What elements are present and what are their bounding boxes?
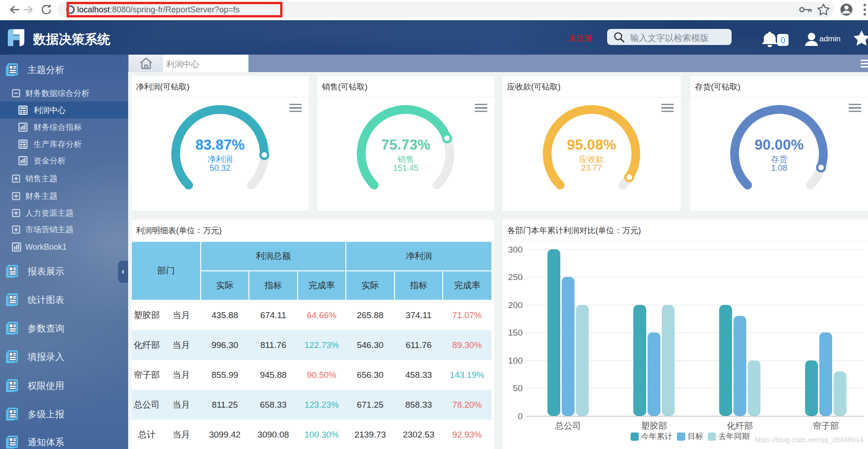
svg-text:0: 0 [780, 35, 785, 45]
